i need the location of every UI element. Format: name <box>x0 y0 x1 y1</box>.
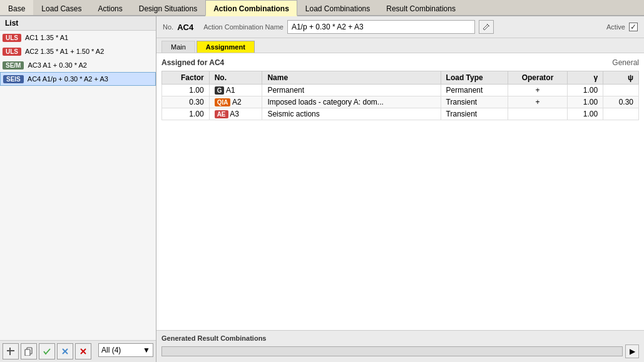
cell-load-type: Permanent <box>441 85 508 96</box>
left-panel: List ULS AC1 1.35 * A1 ULS AC2 1.35 * A1… <box>0 16 156 362</box>
progress-bar <box>161 346 623 356</box>
no-field: No. AC4 <box>163 23 193 32</box>
tab-actions[interactable]: Actions <box>89 0 130 15</box>
cell-no: A2 <box>232 98 242 106</box>
tab-design-situations[interactable]: Design Situations <box>131 0 205 15</box>
tab-load-cases[interactable]: Load Cases <box>33 0 89 15</box>
cell-operator: + <box>508 96 567 108</box>
col-load-type: Load Type <box>441 71 508 85</box>
cell-operator: + <box>508 85 567 96</box>
right-header: No. AC4 Action Combination Name Active ✓ <box>156 16 644 38</box>
progress-bar-container: ▶ <box>161 344 639 358</box>
assigned-title: Assigned for AC4 <box>161 58 224 67</box>
delete-button[interactable] <box>75 343 91 359</box>
col-operator: Operator <box>508 71 567 85</box>
badge-sem: SE/M <box>3 61 24 70</box>
table-row[interactable]: 0.30 QIA A2 Imposed loads - category A: … <box>162 96 639 108</box>
name-field: Action Combination Name <box>203 20 494 34</box>
item-text: AC3 A1 + 0.30 * A2 <box>28 61 87 69</box>
cell-psi <box>603 85 639 96</box>
check-button[interactable] <box>39 343 55 359</box>
cell-gamma: 1.00 <box>568 85 603 96</box>
main-layout: List ULS AC1 1.35 * A1 ULS AC2 1.35 * A1… <box>0 16 644 362</box>
cell-factor: 1.00 <box>162 85 210 96</box>
cell-load-type: Transient <box>441 96 508 108</box>
table-row[interactable]: 1.00 G A1 Permanent Permanent + 1.00 <box>162 85 639 96</box>
col-psi: ψ <box>603 71 639 85</box>
list-items: ULS AC1 1.35 * A1 ULS AC2 1.35 * A1 + 1.… <box>0 31 156 340</box>
cell-name: Seismic actions <box>262 108 441 120</box>
play-icon: ▶ <box>630 347 635 356</box>
svg-rect-3 <box>25 349 30 356</box>
col-no: No. <box>209 71 262 85</box>
tab-action-combinations[interactable]: Action Combinations <box>205 0 297 16</box>
name-label: Action Combination Name <box>203 23 284 31</box>
filter-label: All (4) <box>101 346 121 354</box>
tag-qia: QIA <box>215 98 231 106</box>
tab-result-combinations[interactable]: Result Combinations <box>378 0 464 15</box>
tab-base[interactable]: Base <box>0 0 33 15</box>
cell-load-type: Transient <box>441 108 508 120</box>
general-link[interactable]: General <box>612 58 639 67</box>
cell-no: A3 <box>230 110 239 118</box>
tab-main[interactable]: Main <box>161 41 195 53</box>
check-icon: ✓ <box>630 23 636 31</box>
item-text: AC2 1.35 * A1 + 1.50 * A2 <box>25 48 104 55</box>
right-panel: No. AC4 Action Combination Name Active ✓… <box>156 16 644 362</box>
tab-assignment[interactable]: Assignment <box>197 41 255 53</box>
sub-tabs: Main Assignment <box>156 38 644 53</box>
active-section: Active ✓ <box>606 23 638 31</box>
assigned-header: Assigned for AC4 General <box>161 58 639 67</box>
edit-button[interactable] <box>479 20 494 34</box>
cell-gamma: 1.00 <box>568 108 603 120</box>
bottom-section: Generated Result Combinations ▶ <box>156 330 644 362</box>
tag-g: G <box>215 86 225 95</box>
add-button[interactable] <box>3 343 19 359</box>
cell-tag-no: G A1 <box>209 85 262 96</box>
cell-name: Imposed loads - category A: dom... <box>262 96 441 108</box>
list-item[interactable]: SE/M AC3 A1 + 0.30 * A2 <box>0 58 156 72</box>
no-value: AC4 <box>177 23 193 32</box>
item-text: AC1 1.35 * A1 <box>25 34 68 41</box>
col-name: Name <box>262 71 441 85</box>
cell-factor: 1.00 <box>162 108 210 120</box>
content-area: Assigned for AC4 General Factor No. Name… <box>156 53 644 330</box>
generate-button[interactable]: ▶ <box>625 344 639 358</box>
col-gamma: γ <box>568 71 603 85</box>
assignment-table: Factor No. Name Load Type Operator γ ψ 1… <box>161 71 639 120</box>
list-header: List <box>0 16 156 31</box>
cell-factor: 0.30 <box>162 96 210 108</box>
cell-psi: 0.30 <box>603 96 639 108</box>
top-navigation: Base Load Cases Actions Design Situation… <box>0 0 644 16</box>
chevron-down-icon: ▼ <box>143 346 150 354</box>
tab-load-combinations[interactable]: Load Combinations <box>297 0 378 15</box>
cell-tag-no: AE A3 <box>209 108 262 120</box>
name-input[interactable] <box>287 20 475 34</box>
tag-ae: AE <box>215 110 228 118</box>
table-header: Factor No. Name Load Type Operator γ ψ <box>162 71 639 85</box>
filter-dropdown[interactable]: All (4) ▼ <box>98 343 153 357</box>
list-item-selected[interactable]: SEIS AC4 A1/p + 0.30 * A2 + A3 <box>0 72 156 86</box>
left-toolbar: All (4) ▼ <box>0 340 156 362</box>
cell-no: A1 <box>226 86 235 95</box>
active-label: Active <box>606 23 625 31</box>
active-checkbox[interactable]: ✓ <box>629 23 638 31</box>
cell-gamma: 1.00 <box>568 96 603 108</box>
no-label: No. <box>163 23 173 31</box>
generated-result-title: Generated Result Combinations <box>161 334 639 342</box>
badge-uls: ULS <box>3 48 21 56</box>
col-factor: Factor <box>162 71 210 85</box>
cell-psi <box>603 108 639 120</box>
list-item[interactable]: ULS AC1 1.35 * A1 <box>0 31 156 44</box>
svg-rect-1 <box>9 348 11 355</box>
list-item[interactable]: ULS AC2 1.35 * A1 + 1.50 * A2 <box>0 44 156 58</box>
badge-uls: ULS <box>3 34 21 42</box>
cell-tag-no: QIA A2 <box>209 96 262 108</box>
cell-operator <box>508 108 567 120</box>
table-row[interactable]: 1.00 AE A3 Seismic actions Transient 1.0… <box>162 108 639 120</box>
uncheck-button[interactable] <box>57 343 73 359</box>
badge-seis: SEIS <box>3 75 24 83</box>
copy-button[interactable] <box>21 343 37 359</box>
table-body: 1.00 G A1 Permanent Permanent + 1.00 0.3… <box>162 85 639 120</box>
cell-name: Permanent <box>262 85 441 96</box>
